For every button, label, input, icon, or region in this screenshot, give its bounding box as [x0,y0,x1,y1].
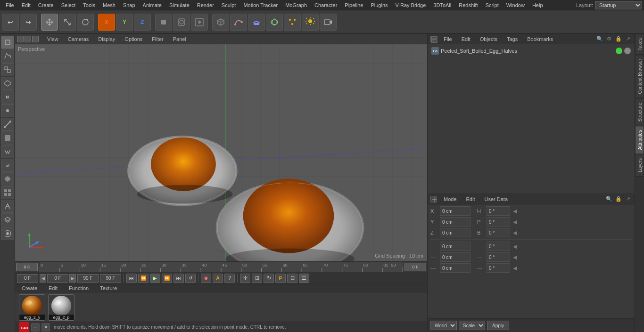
scale-dropdown[interactable]: Scale [459,321,485,330]
edge-btn[interactable] [1,118,14,131]
auto-key-btn[interactable]: A [213,274,223,283]
model-mode-btn[interactable] [1,36,14,49]
scale-tool-button[interactable] [59,14,76,31]
menu-script[interactable]: Script [482,1,503,9]
frame-current-field[interactable] [47,274,68,283]
camera-button[interactable] [320,14,337,31]
attr-edit-btn[interactable]: Edit [463,196,478,202]
obj-edit-btn[interactable]: Edit [459,36,473,42]
menu-help[interactable]: Help [528,1,547,9]
menu-mograph[interactable]: MoGraph [281,1,311,9]
viewport-options-btn[interactable]: Options [122,35,145,43]
uvw-btn[interactable] [1,145,14,158]
tab-attributes[interactable]: Attributes [635,126,644,154]
help-btn[interactable]: ? [224,274,235,283]
viewport-option-icon[interactable] [32,36,39,42]
mograph-btn[interactable] [284,14,301,31]
sculpt-btn[interactable] [1,159,14,172]
play-btn[interactable]: ▶ [150,274,160,283]
attr-mode-btn[interactable]: Mode [441,196,460,202]
cube-button[interactable] [212,14,229,31]
tab-structure[interactable]: Structure [635,98,644,126]
layers-btn[interactable] [1,213,14,227]
material-thumb-1[interactable]: egg_2_y [19,294,45,321]
light-button[interactable] [302,14,319,31]
edge-mode-btn[interactable] [1,63,14,76]
obj-tags-btn[interactable]: Tags [504,36,520,42]
object-mode-button[interactable] [155,14,172,31]
attr-userdata-btn[interactable]: User Data [482,196,511,202]
menu-select[interactable]: Select [58,1,80,9]
obj-bookmarks-btn[interactable]: Bookmarks [524,36,556,42]
attr-sz-input[interactable] [442,266,468,271]
menu-file[interactable]: File [2,1,18,9]
c4d-logo-btn[interactable]: C4D [19,322,29,332]
goto-start-btn[interactable]: ⏮ [126,274,137,283]
goto-end-btn[interactable]: ⏭ [173,274,184,283]
axis-x-button[interactable]: X [98,14,115,31]
viewport-display-btn[interactable]: Display [95,35,118,43]
viewport-filter-btn[interactable]: Filter [149,35,166,43]
viewport-view-btn[interactable]: View [44,35,61,43]
close-btn[interactable]: ✕ [41,323,50,332]
timeline-mode-btn[interactable]: ☰ [299,274,309,283]
menu-character[interactable]: Character [311,1,341,9]
obj-expand-btn[interactable]: ↗ [624,35,632,43]
viewport-cameras-btn[interactable]: Cameras [65,35,92,43]
poly-mode-btn[interactable] [1,77,14,90]
material-create-btn[interactable]: Create [19,284,40,292]
move-key-btn[interactable]: ✛ [240,274,250,283]
viewport-canvas[interactable]: Perspective Grid Spacing : 10 cm [15,44,427,261]
param-key-btn[interactable]: P [275,274,286,283]
tab-content-browser[interactable]: Content Browser [635,55,644,98]
paint-btn[interactable] [1,227,14,240]
step-back-btn[interactable]: ⏪ [138,274,149,283]
frame-increment-btn[interactable]: ▶ [69,274,76,283]
material-thumb-2[interactable]: egg_2_p [48,294,74,321]
attr-sx2-input[interactable] [489,244,508,249]
menu-redshift[interactable]: Redshift [455,1,481,9]
anim-mode-button[interactable] [173,14,190,31]
apply-button[interactable]: Apply [487,321,509,330]
menu-animate[interactable]: Animate [139,1,165,9]
menu-pipeline[interactable]: Pipeline [341,1,367,9]
move-tool-button[interactable] [41,14,58,31]
attr-lock-btn[interactable]: 🔒 [615,195,622,203]
menu-simulate[interactable]: Simulate [165,1,193,9]
scale-key-btn[interactable]: ⊞ [252,274,262,283]
viewport-menu-icon[interactable] [17,36,24,42]
nurbs-button[interactable] [266,14,283,31]
viewport-panel-btn[interactable]: Panel [170,35,189,43]
menu-mesh[interactable]: Mesh [99,1,119,9]
menu-motion-tracker[interactable]: Motion Tracker [239,1,281,9]
attr-sx-input[interactable] [442,244,468,249]
rotate-key-btn[interactable]: ↻ [264,274,274,283]
timeline-ruler[interactable]: 0 5 10 15 20 25 30 35 [40,262,403,272]
menu-render[interactable]: Render [193,1,218,9]
param-btn[interactable]: N [1,90,14,104]
object-vis-btn-2[interactable] [624,48,631,54]
minimize-btn[interactable]: ─ [31,323,40,332]
spline-button[interactable] [230,14,247,31]
attr-search-btn[interactable]: 🔍 [605,195,613,203]
object-vis-btn-1[interactable] [616,48,622,54]
record-btn[interactable]: ⏺ [201,274,211,283]
material-function-btn[interactable]: Function [66,284,91,292]
menu-window[interactable]: Window [503,1,528,9]
menu-snap[interactable]: Snap [119,1,139,9]
menu-sculpt[interactable]: Sculpt [218,1,240,9]
loop-btn[interactable]: ↺ [185,274,196,283]
attr-sy-input[interactable] [442,255,468,260]
obj-objects-btn[interactable]: Objects [477,36,500,42]
attr-sy2-input[interactable] [489,255,508,260]
attr-z-pos-input[interactable]: 0 cm [442,230,468,235]
tweak-btn[interactable] [1,186,14,199]
frame-start-field[interactable]: 0 F [17,274,38,283]
grid-key-btn[interactable]: ⊟ [287,274,297,283]
attr-expand-btn[interactable]: ↗ [624,195,632,203]
menu-create[interactable]: Create [34,1,58,9]
point-btn[interactable] [1,104,14,117]
redo-button[interactable]: ↪ [20,14,37,31]
attr-x-pos-input[interactable]: 0 cm [442,209,468,214]
axis-y-button[interactable]: Y [116,14,133,31]
